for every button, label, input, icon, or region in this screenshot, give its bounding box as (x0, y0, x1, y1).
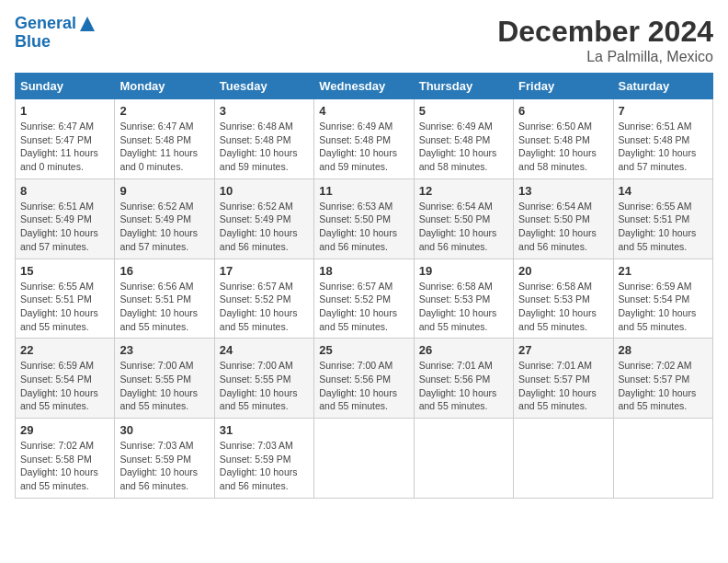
day-number: 10 (220, 184, 309, 198)
day-number: 6 (518, 104, 608, 118)
day-detail: Sunrise: 7:00 AMSunset: 5:56 PMDaylight:… (319, 360, 397, 411)
day-detail: Sunrise: 6:54 AMSunset: 5:50 PMDaylight:… (518, 201, 597, 252)
calendar-day-cell: 5 Sunrise: 6:49 AMSunset: 5:48 PMDayligh… (414, 99, 513, 179)
calendar-table: Sunday Monday Tuesday Wednesday Thursday… (15, 73, 713, 499)
calendar-day-cell: 1 Sunrise: 6:47 AMSunset: 5:47 PMDayligh… (16, 99, 115, 179)
day-detail: Sunrise: 6:56 AMSunset: 5:51 PMDaylight:… (119, 281, 198, 332)
day-detail: Sunrise: 6:52 AMSunset: 5:49 PMDaylight:… (220, 201, 298, 252)
calendar-day-cell: 8 Sunrise: 6:51 AMSunset: 5:49 PMDayligh… (16, 178, 115, 259)
day-number: 8 (20, 184, 109, 198)
calendar-day-cell: 24 Sunrise: 7:00 AMSunset: 5:55 PMDaylig… (214, 339, 313, 419)
calendar-day-cell: 9 Sunrise: 6:52 AMSunset: 5:49 PMDayligh… (115, 178, 214, 259)
day-detail: Sunrise: 6:59 AMSunset: 5:54 PMDaylight:… (20, 360, 98, 411)
calendar-day-cell: 3 Sunrise: 6:48 AMSunset: 5:48 PMDayligh… (214, 99, 313, 179)
day-number: 7 (619, 104, 708, 118)
day-detail: Sunrise: 6:51 AMSunset: 5:49 PMDaylight:… (20, 201, 98, 252)
calendar-empty-cell (613, 419, 712, 499)
calendar-day-cell: 2 Sunrise: 6:47 AMSunset: 5:48 PMDayligh… (115, 99, 214, 179)
day-detail: Sunrise: 6:47 AMSunset: 5:47 PMDaylight:… (20, 121, 98, 172)
calendar-empty-cell (414, 419, 513, 499)
day-detail: Sunrise: 6:49 AMSunset: 5:48 PMDaylight:… (319, 121, 397, 172)
calendar-week-row: 29 Sunrise: 7:02 AMSunset: 5:58 PMDaylig… (16, 419, 713, 499)
day-detail: Sunrise: 6:54 AMSunset: 5:50 PMDaylight:… (419, 201, 497, 252)
calendar-day-cell: 17 Sunrise: 6:57 AMSunset: 5:52 PMDaylig… (214, 259, 313, 339)
day-detail: Sunrise: 7:03 AMSunset: 5:59 PMDaylight:… (119, 440, 198, 491)
day-detail: Sunrise: 6:52 AMSunset: 5:49 PMDaylight:… (119, 201, 198, 252)
calendar-day-cell: 30 Sunrise: 7:03 AMSunset: 5:59 PMDaylig… (115, 419, 214, 499)
calendar-day-cell: 23 Sunrise: 7:00 AMSunset: 5:55 PMDaylig… (115, 339, 214, 419)
day-number: 25 (319, 343, 408, 357)
day-detail: Sunrise: 6:50 AMSunset: 5:48 PMDaylight:… (518, 121, 597, 172)
calendar-day-cell: 21 Sunrise: 6:59 AMSunset: 5:54 PMDaylig… (613, 259, 712, 339)
day-number: 3 (220, 104, 309, 118)
calendar-day-cell: 27 Sunrise: 7:01 AMSunset: 5:57 PMDaylig… (514, 339, 613, 419)
day-number: 29 (20, 423, 109, 437)
calendar-day-cell: 28 Sunrise: 7:02 AMSunset: 5:57 PMDaylig… (613, 339, 712, 419)
calendar-day-cell: 6 Sunrise: 6:50 AMSunset: 5:48 PMDayligh… (514, 99, 613, 179)
col-saturday: Saturday (613, 74, 712, 99)
col-sunday: Sunday (16, 74, 115, 99)
col-friday: Friday (514, 74, 613, 99)
title-block: December 2024 La Palmilla, Mexico (497, 15, 713, 65)
calendar-day-cell: 18 Sunrise: 6:57 AMSunset: 5:52 PMDaylig… (314, 259, 414, 339)
calendar-day-cell: 31 Sunrise: 7:03 AMSunset: 5:59 PMDaylig… (214, 419, 313, 499)
day-detail: Sunrise: 6:51 AMSunset: 5:48 PMDaylight:… (619, 121, 697, 172)
day-number: 26 (419, 343, 508, 357)
day-number: 9 (119, 184, 209, 198)
day-detail: Sunrise: 6:49 AMSunset: 5:48 PMDaylight:… (419, 121, 497, 172)
calendar-day-cell: 10 Sunrise: 6:52 AMSunset: 5:49 PMDaylig… (214, 178, 313, 259)
logo-text: GeneralBlue (15, 15, 97, 52)
calendar-week-row: 15 Sunrise: 6:55 AMSunset: 5:51 PMDaylig… (16, 259, 713, 339)
day-detail: Sunrise: 6:57 AMSunset: 5:52 PMDaylight:… (319, 281, 397, 332)
col-tuesday: Tuesday (214, 74, 313, 99)
day-number: 13 (518, 184, 608, 198)
day-detail: Sunrise: 6:58 AMSunset: 5:53 PMDaylight:… (419, 281, 497, 332)
day-detail: Sunrise: 7:00 AMSunset: 5:55 PMDaylight:… (119, 360, 198, 411)
day-number: 19 (419, 264, 508, 278)
day-detail: Sunrise: 7:00 AMSunset: 5:55 PMDaylight:… (220, 360, 298, 411)
calendar-day-cell: 13 Sunrise: 6:54 AMSunset: 5:50 PMDaylig… (514, 178, 613, 259)
calendar-day-cell: 16 Sunrise: 6:56 AMSunset: 5:51 PMDaylig… (115, 259, 214, 339)
main-title: December 2024 (497, 15, 713, 49)
calendar-day-cell: 14 Sunrise: 6:55 AMSunset: 5:51 PMDaylig… (613, 178, 712, 259)
day-number: 1 (20, 104, 109, 118)
day-detail: Sunrise: 6:47 AMSunset: 5:48 PMDaylight:… (119, 121, 198, 172)
calendar-header-row: Sunday Monday Tuesday Wednesday Thursday… (16, 74, 713, 99)
day-detail: Sunrise: 7:02 AMSunset: 5:57 PMDaylight:… (619, 360, 697, 411)
day-number: 4 (319, 104, 408, 118)
day-detail: Sunrise: 6:53 AMSunset: 5:50 PMDaylight:… (319, 201, 397, 252)
calendar-day-cell: 11 Sunrise: 6:53 AMSunset: 5:50 PMDaylig… (314, 178, 414, 259)
day-number: 15 (20, 264, 109, 278)
day-detail: Sunrise: 6:55 AMSunset: 5:51 PMDaylight:… (20, 281, 98, 332)
calendar-day-cell: 20 Sunrise: 6:58 AMSunset: 5:53 PMDaylig… (514, 259, 613, 339)
calendar-week-row: 1 Sunrise: 6:47 AMSunset: 5:47 PMDayligh… (16, 99, 713, 179)
day-number: 21 (619, 264, 708, 278)
day-number: 28 (619, 343, 708, 357)
day-number: 27 (518, 343, 608, 357)
day-number: 31 (220, 423, 309, 437)
calendar-empty-cell (314, 419, 414, 499)
day-number: 12 (419, 184, 508, 198)
day-detail: Sunrise: 6:58 AMSunset: 5:53 PMDaylight:… (518, 281, 597, 332)
calendar-day-cell: 26 Sunrise: 7:01 AMSunset: 5:56 PMDaylig… (414, 339, 513, 419)
calendar-empty-cell (514, 419, 613, 499)
calendar-week-row: 22 Sunrise: 6:59 AMSunset: 5:54 PMDaylig… (16, 339, 713, 419)
day-detail: Sunrise: 6:57 AMSunset: 5:52 PMDaylight:… (220, 281, 298, 332)
page-header: GeneralBlue December 2024 La Palmilla, M… (15, 15, 713, 65)
calendar-day-cell: 4 Sunrise: 6:49 AMSunset: 5:48 PMDayligh… (314, 99, 414, 179)
subtitle: La Palmilla, Mexico (497, 49, 713, 65)
day-number: 24 (220, 343, 309, 357)
day-detail: Sunrise: 7:02 AMSunset: 5:58 PMDaylight:… (20, 440, 98, 491)
col-thursday: Thursday (414, 74, 513, 99)
calendar-day-cell: 25 Sunrise: 7:00 AMSunset: 5:56 PMDaylig… (314, 339, 414, 419)
day-number: 20 (518, 264, 608, 278)
logo: GeneralBlue (15, 15, 97, 52)
day-number: 17 (220, 264, 309, 278)
calendar-day-cell: 29 Sunrise: 7:02 AMSunset: 5:58 PMDaylig… (16, 419, 115, 499)
col-wednesday: Wednesday (314, 74, 414, 99)
day-number: 30 (119, 423, 209, 437)
day-detail: Sunrise: 6:48 AMSunset: 5:48 PMDaylight:… (220, 121, 298, 172)
day-detail: Sunrise: 6:59 AMSunset: 5:54 PMDaylight:… (619, 281, 697, 332)
day-detail: Sunrise: 7:01 AMSunset: 5:56 PMDaylight:… (419, 360, 497, 411)
calendar-week-row: 8 Sunrise: 6:51 AMSunset: 5:49 PMDayligh… (16, 178, 713, 259)
